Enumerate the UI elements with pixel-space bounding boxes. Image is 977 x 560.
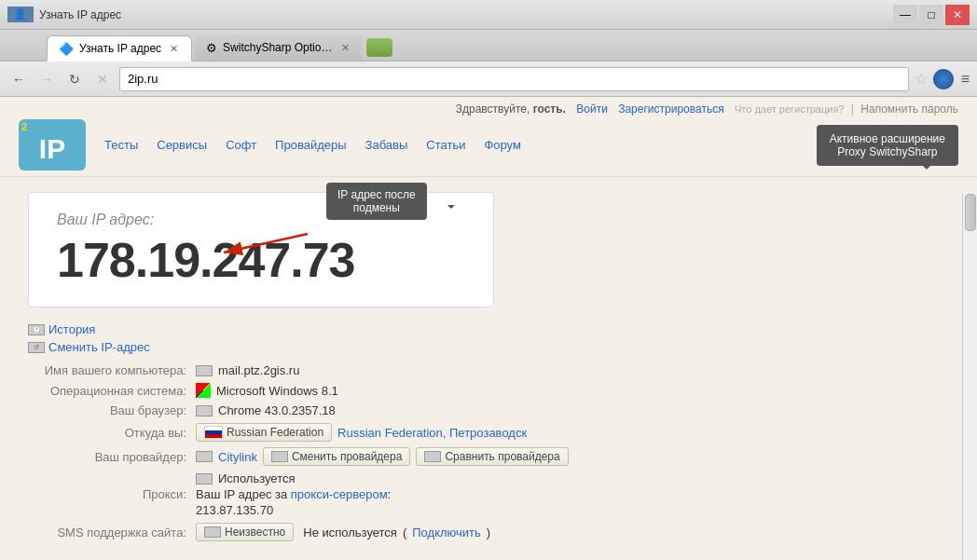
compare-provider-button[interactable]: Сравнить провайдера [416, 447, 568, 466]
header-nav: 2 IP Тесты Сервисы Софт Провайдеры Забав… [19, 119, 958, 171]
tab-label-2: SwitchySharp Options [223, 41, 333, 54]
titlebar: 👤 Узнать IP адрес — □ ✕ [0, 0, 977, 30]
nav-providery[interactable]: Провайдеры [275, 138, 346, 152]
reload-button[interactable]: ↻ [63, 68, 86, 90]
window-title: Узнать IP адрес [39, 8, 121, 21]
nav-testy[interactable]: Тесты [104, 138, 138, 152]
os-label: Операционная система: [28, 384, 196, 398]
provider-row: Ваш провайдер: Citylink Сменить провайде… [28, 447, 949, 466]
change-provider-icon [271, 451, 288, 462]
login-link[interactable]: Войти [576, 102, 608, 116]
location-link[interactable]: Russian Federation, Петрозаводск [337, 426, 527, 440]
location-flag-btn: Russian Federation [196, 423, 332, 442]
provider-link[interactable]: Citylink [218, 450, 257, 464]
address-bar: ← → ↻ ✕ ☆ ≡ [0, 61, 977, 97]
user-icon: 👤 [7, 7, 34, 22]
sms-connect-link[interactable]: Подключить [412, 526, 481, 540]
ip-tooltip-arrow-down [420, 205, 455, 212]
proxy-row: Прокси: Используется Ваш IP адрес за про… [28, 471, 949, 517]
provider-icon [196, 451, 213, 462]
tab-close-2[interactable]: ✕ [338, 41, 351, 54]
change-ip-icon: ↺ [28, 342, 45, 353]
change-provider-button[interactable]: Сменить провайдера [263, 447, 411, 466]
site-header: Здравствуйте, гость. Войти Зарегистриров… [0, 97, 977, 177]
stop-button[interactable]: ✕ [91, 68, 114, 90]
maximize-button[interactable]: □ [919, 5, 943, 25]
new-tab-button[interactable] [366, 38, 392, 57]
remind-password-link[interactable]: Напомнить пароль [860, 102, 958, 116]
browser-value: Chrome 43.0.2357.18 [196, 403, 336, 417]
switchysharp-tooltip: Активное расширение Proxy SwitchySharp [817, 125, 958, 166]
provider-value: Citylink Сменить провайдера Сравнить про… [196, 447, 569, 466]
computer-label: Имя вашего компьютера: [28, 363, 196, 377]
tab-ip[interactable]: 🔷 Узнать IP адрес ✕ [47, 35, 192, 61]
scrollbar-thumb[interactable] [965, 194, 976, 231]
greeting-text: Здравствуйте, [456, 102, 530, 116]
globe-icon[interactable] [933, 69, 954, 89]
location-row: Откуда вы: Russian Federation Russian Fe… [28, 423, 949, 442]
scrollbar[interactable] [962, 194, 977, 560]
red-arrow-svg [205, 220, 317, 276]
bookmark-star-icon[interactable]: ☆ [915, 70, 928, 88]
tab-bar: 🔷 Узнать IP адрес ✕ ⚙ SwitchySharp Optio… [0, 30, 977, 61]
header-top: Здравствуйте, гость. Войти Зарегистриров… [19, 102, 958, 116]
nav-forum[interactable]: Форум [484, 138, 521, 152]
close-button[interactable]: ✕ [945, 5, 970, 25]
history-section: 🕐 История [28, 322, 949, 336]
nav-soft[interactable]: Софт [226, 138, 256, 152]
compare-icon [424, 451, 441, 462]
sms-value: Неизвестно Не используется (Подключить) [196, 523, 490, 541]
tab-label-1: Узнать IP адрес [79, 42, 161, 55]
windows-icon [196, 383, 211, 398]
tab-close-1[interactable]: ✕ [167, 42, 180, 55]
guest-text: гость. [533, 102, 566, 116]
browser-label: Ваш браузер: [28, 403, 196, 417]
tab-switchysharp[interactable]: ⚙ SwitchySharp Options ✕ [195, 34, 363, 61]
ip-tooltip: IP адрес после подмены [326, 183, 427, 220]
url-input[interactable] [119, 67, 909, 91]
provider-label: Ваш провайдер: [28, 450, 196, 464]
back-button[interactable]: ← [7, 68, 30, 90]
nav-links: Тесты Сервисы Софт Провайдеры Забавы Ста… [104, 138, 521, 152]
info-table: Имя вашего компьютера: mail.ptz.2gis.ru … [28, 363, 949, 541]
proxy-icon [196, 473, 213, 485]
tooltip-arrow [923, 166, 930, 173]
forward-button[interactable]: → [35, 68, 58, 90]
change-ip-link[interactable]: Сменить IP-адрес [48, 340, 150, 354]
history-link[interactable]: История [48, 322, 95, 336]
os-value: Microsoft Windows 8.1 [196, 383, 338, 398]
computer-row: Имя вашего компьютера: mail.ptz.2gis.ru [28, 363, 949, 377]
proxy-value: Используется Ваш IP адрес за прокси-серв… [196, 471, 391, 517]
history-icon: 🕐 [28, 324, 45, 335]
proxy-server-link[interactable]: прокси-сервером [291, 487, 388, 501]
browser-row: Ваш браузер: Chrome 43.0.2357.18 [28, 403, 949, 417]
tab-icon-2: ⚙ [206, 41, 217, 55]
tab-icon-1: 🔷 [59, 42, 74, 56]
menu-button[interactable]: ≡ [961, 71, 970, 88]
minimize-button[interactable]: — [893, 5, 917, 25]
location-label: Откуда вы: [28, 426, 196, 440]
nav-servisy[interactable]: Сервисы [157, 138, 207, 152]
os-row: Операционная система: Microsoft Windows … [28, 383, 949, 398]
chrome-icon [196, 405, 213, 417]
computer-icon [196, 365, 213, 376]
sms-icon [204, 526, 221, 538]
site-logo: 2 IP [19, 119, 86, 171]
sms-label: SMS поддержка сайта: [28, 526, 196, 540]
nav-zabavy[interactable]: Забавы [365, 138, 408, 152]
change-ip-section: ↺ Сменить IP-адрес [28, 340, 949, 354]
sms-status-btn: Неизвестно [196, 523, 294, 541]
nav-stati[interactable]: Статьи [426, 138, 465, 152]
computer-value: mail.ptz.2gis.ru [196, 363, 299, 377]
sms-row: SMS поддержка сайта: Неизвестно Не испол… [28, 523, 949, 541]
main-content: IP адрес после подмены Ваш IP адрес: 178… [0, 177, 977, 560]
location-value: Russian Federation Russian Federation, П… [196, 423, 527, 442]
register-link[interactable]: Зарегистрироваться [618, 102, 723, 116]
russia-flag-icon [204, 426, 223, 439]
proxy-label: Прокси: [28, 487, 196, 501]
ip-section-wrapper: IP адрес после подмены Ваш IP адрес: 178… [28, 192, 494, 322]
svg-line-1 [224, 234, 308, 253]
register-info-link[interactable]: Что дает регистрация? [735, 103, 845, 115]
page-content: Здравствуйте, гость. Войти Зарегистриров… [0, 97, 977, 560]
